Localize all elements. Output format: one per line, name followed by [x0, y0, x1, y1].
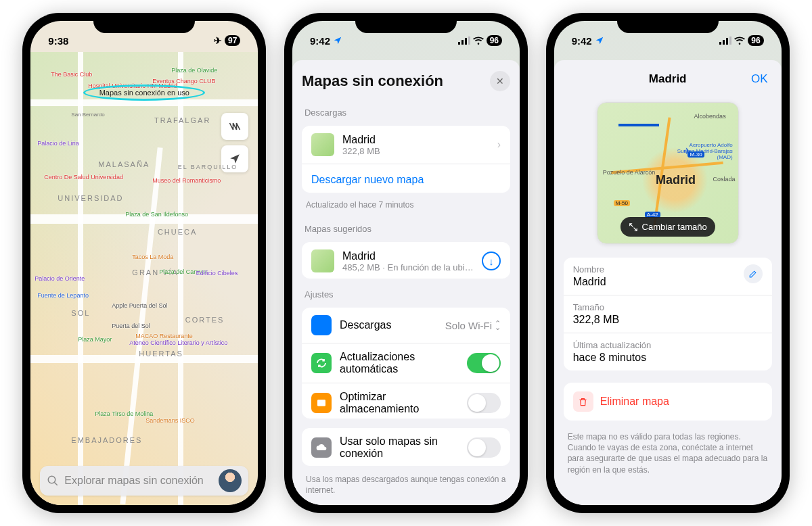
user-avatar[interactable]	[219, 469, 242, 492]
map-poi: Eventos Chango CLUB	[152, 78, 215, 85]
phone-mockup-1: 9:38 ✈ 97 Mapas sin conexión en uso	[22, 13, 266, 513]
map-poi: Palacio de Liria	[37, 140, 79, 147]
downloaded-map-size: 322,8 MB	[342, 146, 489, 156]
chevron-right-icon: ›	[497, 139, 501, 151]
map-poi: Edificio Cibeles	[196, 270, 238, 277]
ok-button[interactable]: OK	[751, 72, 768, 86]
edit-name-button[interactable]	[744, 264, 763, 283]
settings-sheet: Mapas sin conexión ✕ Descargas Madrid 32…	[292, 60, 520, 505]
location-services-icon	[333, 36, 342, 45]
setting-offline-only-label: Usar solo mapas sin conexión	[340, 435, 459, 460]
map-district-label: UNIVERSIDAD	[58, 194, 123, 202]
map-district-label: HUERTAS	[139, 350, 183, 358]
map-district-label: SOL	[71, 309, 90, 317]
download-arrow-icon: ↓	[489, 256, 494, 267]
map-details-card: Nombre Madrid Tamaño 322,8 MB	[564, 258, 772, 370]
preview-poi: Alcobendas	[694, 113, 726, 120]
section-label-sugeridos: Mapas sugeridos	[304, 224, 508, 234]
map-poi: Tacos La Moda	[132, 254, 173, 260]
delete-map-card: Eliminar mapa	[564, 383, 772, 421]
phone-notch	[93, 13, 195, 33]
map-district-label: EMBAJADORES	[71, 436, 142, 444]
section-label-ajustes: Ajustes	[304, 289, 508, 300]
svg-rect-1	[458, 42, 460, 45]
up-down-chevron-icon: ⌃⌄	[495, 321, 501, 330]
suggested-map-sub: 485,2 MB · En función de la ubicación…	[342, 262, 474, 272]
search-icon	[47, 475, 59, 487]
offline-only-footnote: Usa los mapas descargados aunque tengas …	[302, 471, 510, 498]
setting-auto-updates: Actualizaciones automáticas	[302, 343, 510, 383]
map-poi: MACAO Restaurante	[135, 333, 193, 339]
setting-optimize-label: Optimizar almacenamiento	[340, 391, 459, 415]
preview-poi: Pozuelo de Alarcón	[603, 169, 656, 176]
svg-rect-6	[719, 42, 721, 45]
optimize-storage-toggle[interactable]	[467, 393, 501, 413]
download-new-map-button[interactable]: Descargar nuevo mapa	[302, 164, 510, 193]
cloud-off-icon	[311, 437, 332, 458]
sheet-header: Mapas sin conexión ✕	[302, 70, 510, 97]
resize-icon	[629, 222, 638, 232]
map-district-label: MALASAÑA	[98, 160, 150, 168]
preview-road-badge: M-50	[614, 200, 630, 206]
svg-rect-8	[726, 38, 728, 45]
close-button[interactable]: ✕	[490, 71, 510, 91]
download-icon	[311, 315, 332, 335]
pencil-icon	[748, 270, 757, 279]
map-poi: Apple Puerta del Sol	[112, 302, 167, 309]
svg-rect-2	[461, 40, 464, 45]
map-region-warning: Este mapa no es válido para todas las re…	[564, 429, 772, 478]
phone-notch	[617, 13, 719, 33]
map-district-label: TRAFALGAR	[154, 116, 210, 124]
wifi-icon	[734, 37, 745, 45]
map-poi: Palacio de Oriente	[35, 275, 85, 282]
map-poi: Puerta del Sol	[112, 322, 150, 329]
detail-row-updated: Última actualización hace 8 minutos	[564, 333, 772, 370]
location-services-icon	[595, 36, 604, 45]
map-screen: 9:38 ✈ 97 Mapas sin conexión en uso	[30, 21, 258, 505]
svg-rect-9	[729, 37, 731, 45]
close-icon: ✕	[496, 76, 504, 87]
offline-only-toggle[interactable]	[467, 437, 501, 458]
offline-maps-banner: Mapas sin conexión en uso	[83, 85, 205, 101]
download-button[interactable]: ↓	[482, 252, 501, 270]
detail-label: Tamaño	[573, 302, 619, 312]
setting-optimize-storage: Optimizar almacenamiento	[302, 383, 510, 419]
downloaded-map-row[interactable]: Madrid 322,8 MB ›	[302, 126, 510, 164]
search-placeholder: Explorar mapas sin conexión	[64, 475, 213, 487]
auto-updates-toggle[interactable]	[467, 353, 501, 373]
map-canvas[interactable]: Mapas sin conexión en uso TRAFALGAR MALA…	[30, 52, 258, 505]
resize-area-button[interactable]: Cambiar tamaño	[621, 217, 715, 237]
battery-level: 97	[225, 35, 240, 46]
downloads-card: Madrid 322,8 MB › Descargar nuevo mapa	[302, 126, 510, 193]
sheet-title: Mapas sin conexión	[302, 72, 443, 90]
map-district-label: CHUECA	[158, 228, 197, 236]
offline-only-card: Usar solo mapas sin conexión	[302, 428, 510, 466]
delete-map-label: Eliminar mapa	[600, 396, 669, 408]
search-bar[interactable]: Explorar mapas sin conexión	[40, 466, 248, 496]
detail-value: Madrid	[573, 276, 606, 288]
map-district-label: EL BARQUILLO	[178, 164, 238, 170]
setting-downloads-mode[interactable]: Descargas Solo Wi-Fi ⌃⌄	[302, 308, 510, 343]
wifi-icon	[473, 37, 484, 45]
airport-icon: ✈	[683, 146, 691, 156]
delete-map-button[interactable]: Eliminar mapa	[564, 383, 772, 421]
map-area-preview[interactable]: Alcobendas Pozuelo de Alarcón Coslada Ae…	[597, 102, 739, 244]
map-detail-sheet: Madrid OK Alcobendas Pozuelo de Alarcón …	[554, 60, 782, 505]
svg-point-0	[49, 476, 56, 483]
status-time: 9:42	[572, 35, 592, 47]
detail-label: Nombre	[573, 264, 606, 274]
map-poi: Plaza Tirso de Molina	[95, 410, 153, 417]
status-time: 9:38	[48, 35, 68, 47]
map-layers-button[interactable]	[221, 113, 248, 140]
map-thumbnail-icon	[311, 249, 334, 272]
phone-mockup-3: 9:42 96 Madrid OK	[546, 13, 790, 513]
last-updated-note: Actualizado el hace 7 minutos	[302, 197, 510, 213]
map-poi: Museo del Romanticismo	[152, 177, 221, 184]
map-street-label: San Bernardo	[71, 112, 104, 118]
detail-header: Madrid OK	[564, 70, 772, 93]
map-district-label: CORTES	[185, 316, 225, 324]
detail-label: Última actualización	[573, 340, 652, 350]
map-poi: The Basic Club	[51, 71, 92, 78]
storage-icon	[311, 393, 332, 413]
suggested-map-row[interactable]: Madrid 485,2 MB · En función de la ubica…	[302, 242, 510, 279]
